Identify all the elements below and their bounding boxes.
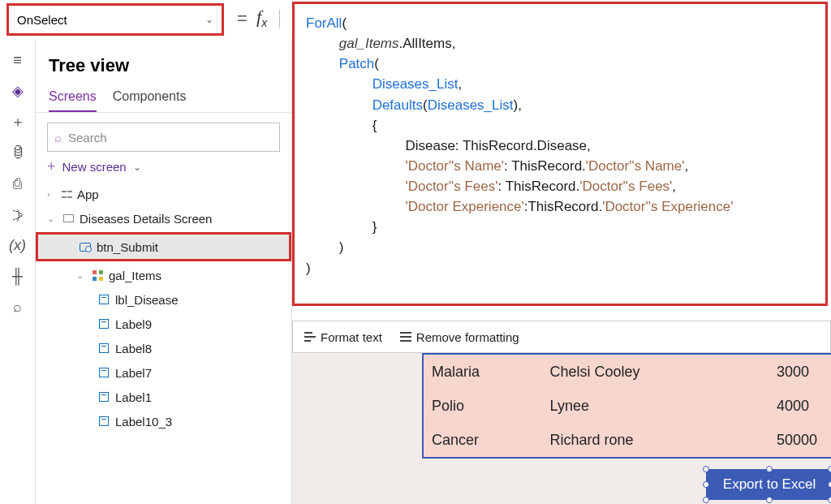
tree-node-gal-items[interactable]: ⌄ gal_Items bbox=[36, 263, 291, 287]
tree-node-label8[interactable]: Label8 bbox=[36, 336, 291, 360]
label-icon bbox=[97, 415, 110, 428]
table-row[interactable]: Polio Lynee 4000 bbox=[424, 389, 831, 423]
format-text-button[interactable]: Format text bbox=[304, 330, 382, 344]
formula-editor[interactable]: ForAll( gal_Items.AllItems, Patch( Disea… bbox=[292, 2, 828, 306]
fx-icon[interactable]: fx bbox=[256, 6, 267, 29]
tree-node-app[interactable]: › App bbox=[36, 182, 291, 206]
tab-screens[interactable]: Screens bbox=[49, 84, 97, 112]
left-nav-rail: ≡ ◈ ＋ 🛢 ⎙ ⦔ (x) ╫ ⌕ bbox=[0, 39, 36, 504]
tree-node-lbl-disease[interactable]: lbl_Disease bbox=[36, 287, 291, 312]
label-icon bbox=[97, 390, 110, 403]
formula-format-bar: Format text Remove formatting bbox=[292, 321, 831, 353]
caret-down-icon: ⌄ bbox=[76, 270, 86, 281]
resize-handle[interactable] bbox=[766, 466, 773, 472]
label-icon bbox=[97, 342, 110, 355]
insert-icon[interactable]: ＋ bbox=[5, 109, 31, 135]
tree-node-btn-submit[interactable]: btn_Submit bbox=[36, 232, 291, 261]
table-row[interactable]: Cancer Richard rone 50000 bbox=[424, 423, 831, 457]
app-icon bbox=[62, 189, 72, 200]
property-selector[interactable]: OnSelect ⌄ bbox=[6, 3, 224, 36]
tree-view-title: Tree view bbox=[36, 39, 291, 84]
hamburger-icon[interactable]: ≡ bbox=[5, 47, 31, 73]
label-icon bbox=[97, 317, 110, 330]
tree-node-label10-3[interactable]: Label10_3 bbox=[36, 409, 291, 433]
tree-node-label7[interactable]: Label7 bbox=[36, 360, 291, 385]
tree-view-panel: Tree view Screens Components ⌕ Search + … bbox=[36, 39, 292, 504]
caret-right-icon: › bbox=[47, 189, 57, 199]
gallery-preview[interactable]: Malaria Chelsi Cooley 3000 Polio Lynee 4… bbox=[422, 353, 831, 459]
remove-formatting-button[interactable]: Remove formatting bbox=[400, 330, 519, 344]
resize-handle[interactable] bbox=[703, 466, 709, 472]
power-automate-icon[interactable]: ⦔ bbox=[5, 201, 31, 227]
tree-node-label1[interactable]: Label1 bbox=[36, 385, 291, 409]
resize-handle[interactable] bbox=[703, 497, 709, 503]
caret-down-icon: ⌄ bbox=[47, 213, 57, 224]
chevron-down-icon: ⌄ bbox=[133, 162, 141, 173]
plus-icon: + bbox=[47, 158, 56, 175]
chevron-down-icon: ⌄ bbox=[205, 14, 213, 25]
resize-handle[interactable] bbox=[828, 466, 831, 472]
export-to-excel-button[interactable]: Export to Excel bbox=[706, 469, 831, 500]
label-icon bbox=[97, 366, 110, 379]
tree-node-screen[interactable]: ⌄ Diseases Details Screen bbox=[36, 206, 291, 230]
new-screen-button[interactable]: + New screen ⌄ bbox=[47, 158, 280, 175]
search-icon: ⌕ bbox=[54, 131, 62, 144]
tab-components[interactable]: Components bbox=[113, 84, 187, 112]
screen-icon bbox=[62, 212, 75, 225]
tree-node-label9[interactable]: Label9 bbox=[36, 312, 291, 336]
resize-handle[interactable] bbox=[766, 497, 773, 503]
resize-handle[interactable] bbox=[828, 497, 831, 503]
media-icon[interactable]: ⎙ bbox=[5, 170, 31, 196]
resize-handle[interactable] bbox=[828, 481, 831, 488]
remove-formatting-icon bbox=[400, 332, 411, 342]
tree-search-input[interactable]: ⌕ Search bbox=[47, 123, 280, 152]
search-icon[interactable]: ⌕ bbox=[5, 294, 31, 320]
equals-sign: = bbox=[237, 8, 248, 29]
variables-icon[interactable]: (x) bbox=[5, 232, 31, 258]
advanced-tools-icon[interactable]: ╫ bbox=[5, 263, 31, 289]
button-icon bbox=[79, 240, 92, 253]
resize-handle[interactable] bbox=[703, 481, 709, 488]
label-icon bbox=[97, 293, 110, 306]
property-selector-value: OnSelect bbox=[17, 13, 67, 27]
format-text-icon bbox=[304, 332, 316, 342]
tree-view-icon[interactable]: ◈ bbox=[5, 78, 31, 104]
table-row[interactable]: Malaria Chelsi Cooley 3000 bbox=[424, 355, 831, 389]
gallery-icon bbox=[91, 269, 104, 282]
data-icon[interactable]: 🛢 bbox=[5, 140, 31, 166]
